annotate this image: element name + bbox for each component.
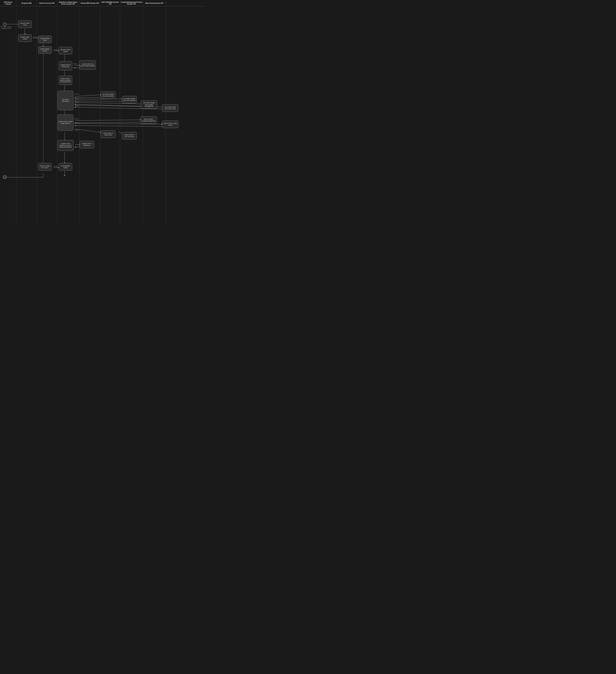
order-update-queue: Order Update Queue: [38, 46, 51, 54]
https-label-6: HTTPS: [75, 102, 79, 103]
col-header-orders: Orders Process API: [37, 0, 57, 6]
upsert-order-oracle: Upsert Order in Oracle EBS: [101, 130, 116, 138]
acknowledge-update: Acknowledge update: [59, 163, 72, 171]
end-circle: [3, 175, 7, 179]
https-label-1: HTTPS: [33, 36, 37, 38]
get-order-oracle: Get Order Details from Oracle EBS: [101, 92, 116, 99]
header-row: POS Event Listener Anypoint MQ Orders Pr…: [0, 0, 205, 6]
https-label-9: HTTPS: [75, 123, 79, 124]
https-label-8: HTTPS: [75, 118, 79, 120]
start-circle: [3, 22, 7, 26]
upsert-order-global: Upsert Order and return Global Identifie…: [80, 61, 96, 70]
https-label-3: HTTPS: [74, 64, 77, 65]
col-header-mq: Anypoint MQ: [16, 0, 37, 6]
receive-order-update: Receive Order update: [59, 47, 72, 54]
swimlane-pos: [0, 9, 16, 225]
swimlane-loyalty: [120, 9, 143, 225]
remove-update-queue: Remove update from queue: [38, 163, 51, 171]
get-order-loyalty: Get Order Details from Loyalty Managemen…: [141, 101, 157, 109]
col-header-oracle: Oracle EBS System API: [79, 0, 101, 6]
get-orders-info: Get Orders information: [57, 91, 74, 110]
new-order-label: New order created / updated in POS: [0, 26, 12, 29]
col-header-datacloud: Data Cloud System API: [143, 0, 166, 6]
upsert-order-targets: Upsert Order to other target systems: [57, 114, 74, 131]
get-order-datacloud: Get Order Details from Data Cloud: [162, 104, 178, 112]
https-label-10: HTTPS: [75, 130, 79, 131]
upsert-order-loyalty: Upsert Order in Loyalty Management: [140, 116, 157, 124]
col-header-sf: Salesforce Global Sales Order System API: [57, 0, 79, 6]
receive-order-event: Receive Order event: [18, 20, 32, 28]
upsert-order-erp: Upsert order & global identifiers to bac…: [59, 76, 72, 85]
get-order-sap: Get Order Details from SAP S/4HANA: [122, 96, 137, 103]
https-label-5: HTTPS: [75, 98, 79, 99]
update-order-sf: Update Order in Salesforce: [80, 141, 94, 148]
swimlane-oracle: [79, 9, 101, 225]
https-label-11: HTTPS: [53, 166, 57, 167]
upsert-order-datacloud: Upsert Order in Data Cloud: [162, 121, 178, 128]
diagram-container: POS Event Listener Anypoint MQ Orders Pr…: [0, 0, 205, 225]
update-order-global: Update Order in Global Data: [59, 61, 72, 71]
https-label-2: HTTPS: [53, 49, 57, 50]
col-header-sap: SAP S/4HANA System API: [101, 0, 120, 6]
https-label-4: HTTPS: [75, 94, 79, 95]
upsert-order-sap: Upsert Order in SAP S/4HANA: [122, 132, 137, 139]
https-label-7: HTTPS: [75, 105, 79, 107]
col-header-pos: POS Event Listener: [0, 0, 16, 6]
order-update-topic: Order Update Topic: [38, 36, 51, 43]
update-order-sf-ext: Update Order Salesforce with the externa…: [57, 140, 74, 151]
col-header-loyalty: Loyalty Management Cloud System API: [120, 0, 143, 6]
swimlane-sap: [101, 9, 120, 225]
publish-order-update: Publish Order update: [18, 34, 32, 42]
